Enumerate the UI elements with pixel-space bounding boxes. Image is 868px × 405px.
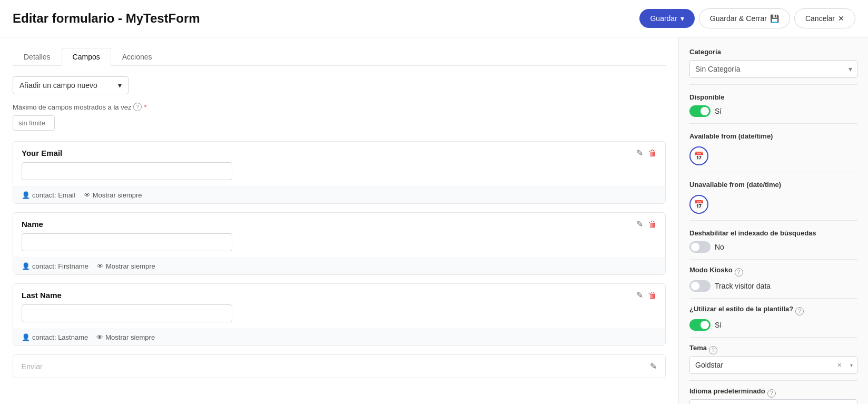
kiosk-help-icon[interactable]: ? xyxy=(735,268,743,276)
sidebar-theme-select-wrapper: Goldstar × ▾ xyxy=(689,356,857,374)
template-help-icon[interactable]: ? xyxy=(795,307,804,315)
language-help-icon[interactable]: ? xyxy=(767,389,776,398)
field-email-delete-button[interactable]: 🗑 xyxy=(648,148,657,158)
submit-row: Enviar ✎ xyxy=(13,354,666,378)
tab-acciones[interactable]: Acciones xyxy=(111,48,163,66)
sidebar-disable-index-toggle-row: No xyxy=(689,241,857,253)
max-fields-input[interactable] xyxy=(13,115,55,131)
person-icon: 👤 xyxy=(22,191,30,199)
field-name-contact: 👤 contact: Firstname xyxy=(22,262,88,270)
main-content: Detalles Campos Acciones Añadir un campo… xyxy=(0,37,678,404)
person-icon: 👤 xyxy=(22,262,30,270)
sidebar-template-label-row: ¿Utilizar el estilo de la plantilla? ? xyxy=(689,305,857,317)
field-email-meta: 👤 contact: Email 👁 Mostrar siempre xyxy=(13,186,665,203)
eye-icon: 👁 xyxy=(97,262,104,270)
sidebar-disable-index-title: Deshabilitar el indexado de búsquedas xyxy=(689,229,857,237)
field-lastname-contact: 👤 contact: Lastname xyxy=(22,333,88,341)
field-email-block: Your Email ✎ 🗑 👤 contact: Email 👁 Mostra… xyxy=(13,141,666,204)
sidebar-kiosk-toggle[interactable] xyxy=(689,280,711,292)
tab-campos[interactable]: Campos xyxy=(62,48,111,66)
header-actions: Guardar ▾ Guardar & Cerrar 💾 Cancelar ✕ xyxy=(639,8,855,28)
tabs: Detalles Campos Acciones xyxy=(13,48,666,66)
field-lastname-input[interactable] xyxy=(22,304,232,322)
toggle-slider xyxy=(689,241,711,253)
sidebar-unavailable-from-title: Unavailable from (date/time) xyxy=(689,181,857,189)
field-email-visibility: 👁 Mostrar siempre xyxy=(84,191,142,199)
page-title: Editar formulario - MyTestForm xyxy=(13,11,200,26)
sidebar-category-title: Categoría xyxy=(689,48,857,56)
sidebar-theme-clear-button[interactable]: × xyxy=(833,361,846,369)
save-icon: 💾 xyxy=(770,14,779,23)
sidebar-disable-index-toggle[interactable] xyxy=(689,241,711,253)
sidebar-available-title: Disponible xyxy=(689,93,857,101)
sidebar-kiosk-title: Modo Kiosko xyxy=(689,266,733,274)
field-lastname-visibility: 👁 Mostrar siempre xyxy=(96,333,155,341)
add-field-label: Añadir un campo nuevo xyxy=(19,81,97,90)
add-field-chevron-icon: ▾ xyxy=(118,81,122,90)
field-email-label: Your Email xyxy=(22,149,62,157)
field-name-delete-button[interactable]: 🗑 xyxy=(648,219,657,229)
field-lastname-block: Last Name ✎ 🗑 👤 contact: Lastname 👁 Most… xyxy=(13,283,666,346)
submit-edit-button[interactable]: ✎ xyxy=(650,361,657,371)
submit-placeholder: Enviar xyxy=(22,362,43,371)
field-email-header: Your Email ✎ 🗑 xyxy=(13,142,665,162)
calendar-icon: 📅 xyxy=(694,151,704,161)
field-lastname-edit-button[interactable]: ✎ xyxy=(636,290,643,300)
save-close-button[interactable]: Guardar & Cerrar 💾 xyxy=(699,8,790,28)
cancel-label: Cancelar xyxy=(805,14,835,23)
save-chevron-icon: ▾ xyxy=(680,14,684,23)
sidebar-available-toggle[interactable] xyxy=(689,105,711,117)
sidebar-language-label-row: Idioma predeterminado ? xyxy=(689,387,857,399)
field-email-actions: ✎ 🗑 xyxy=(636,148,657,158)
field-name-actions: ✎ 🗑 xyxy=(636,219,657,229)
sidebar-kiosk-label-row: Modo Kiosko ? xyxy=(689,266,857,278)
sidebar-template-title: ¿Utilizar el estilo de la plantilla? xyxy=(689,305,793,313)
required-star: * xyxy=(144,103,146,111)
sidebar-theme-chevron-button[interactable]: ▾ xyxy=(846,362,857,368)
toggle-slider xyxy=(689,280,711,292)
field-name-input[interactable] xyxy=(22,233,232,251)
field-email-input[interactable] xyxy=(22,162,232,180)
sidebar: Categoría Sin Categoría Disponible Sí Av… xyxy=(678,37,868,404)
sidebar-disable-index-label: No xyxy=(715,243,724,251)
cancel-icon: ✕ xyxy=(838,14,844,23)
field-lastname-delete-button[interactable]: 🗑 xyxy=(648,290,657,300)
save-close-label: Guardar & Cerrar xyxy=(710,14,767,23)
person-icon: 👤 xyxy=(22,333,30,341)
tab-detalles[interactable]: Detalles xyxy=(13,48,62,66)
sidebar-unavailable-from-calendar-button[interactable]: 📅 xyxy=(689,195,708,214)
field-name-label: Name xyxy=(22,220,43,229)
toggle-slider xyxy=(689,105,711,117)
field-lastname-header: Last Name ✎ 🗑 xyxy=(13,284,665,304)
field-name-meta: 👤 contact: Firstname 👁 Mostrar siempre xyxy=(13,258,665,274)
layout: Detalles Campos Acciones Añadir un campo… xyxy=(0,37,868,404)
field-name-input-wrapper xyxy=(13,233,665,258)
field-email-edit-button[interactable]: ✎ xyxy=(636,148,643,158)
field-lastname-input-wrapper xyxy=(13,304,665,329)
field-email-contact: 👤 contact: Email xyxy=(22,191,75,199)
toggle-slider xyxy=(689,319,711,331)
sidebar-kiosk-label: Track visitor data xyxy=(715,282,771,290)
sidebar-category-wrapper: Sin Categoría xyxy=(689,60,857,78)
save-button[interactable]: Guardar ▾ xyxy=(639,9,694,28)
sidebar-category-select[interactable]: Sin Categoría xyxy=(689,60,857,78)
sidebar-language-select[interactable]: Spanish xyxy=(690,400,833,404)
save-label: Guardar xyxy=(650,14,677,23)
cancel-button[interactable]: Cancelar ✕ xyxy=(794,8,855,28)
add-field-dropdown[interactable]: Añadir un campo nuevo ▾ xyxy=(13,76,129,94)
eye-icon: 👁 xyxy=(84,191,91,199)
sidebar-language-title: Idioma predeterminado xyxy=(689,387,765,395)
sidebar-template-toggle[interactable] xyxy=(689,319,711,331)
max-fields-help-icon[interactable]: ? xyxy=(133,103,142,111)
sidebar-available-label: Sí xyxy=(715,107,722,115)
field-lastname-meta: 👤 contact: Lastname 👁 Mostrar siempre xyxy=(13,329,665,345)
theme-help-icon[interactable]: ? xyxy=(709,346,717,354)
sidebar-theme-select[interactable]: Goldstar xyxy=(690,357,833,373)
eye-icon: 👁 xyxy=(96,333,103,341)
field-name-edit-button[interactable]: ✎ xyxy=(636,219,643,229)
field-email-input-wrapper xyxy=(13,162,665,186)
header: Editar formulario - MyTestForm Guardar ▾… xyxy=(0,0,868,37)
max-fields-label: Máximo de campos mostrados a la vez ? * xyxy=(13,103,666,111)
field-name-visibility: 👁 Mostrar siempre xyxy=(97,262,155,270)
sidebar-available-from-calendar-button[interactable]: 📅 xyxy=(689,146,708,165)
